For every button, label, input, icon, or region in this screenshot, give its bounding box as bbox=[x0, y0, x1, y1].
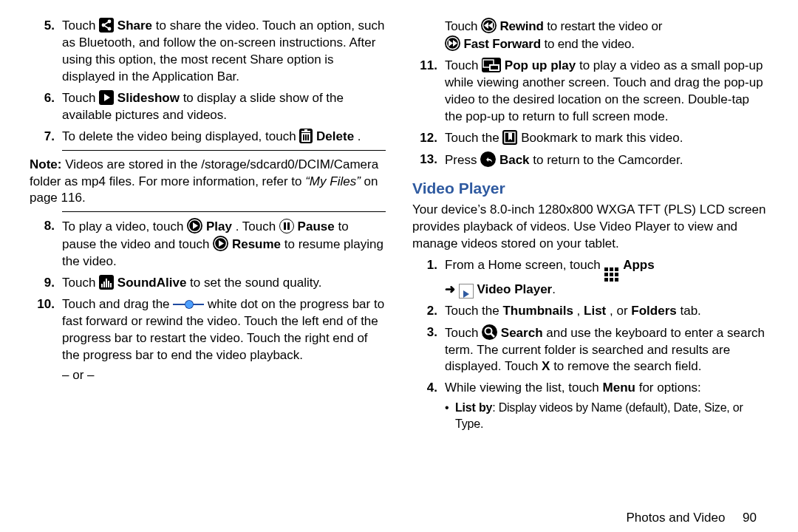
step-body: Touch Rewind to restart the video or Fas… bbox=[445, 18, 768, 53]
text: To play a video, touch bbox=[62, 219, 187, 233]
vp-step-4: 4. While viewing the list, touch Menu fo… bbox=[412, 380, 768, 432]
step-body: Touch Pop up play to play a video as a s… bbox=[445, 58, 768, 126]
step-body: Touch SoundAlive to set the sound qualit… bbox=[62, 275, 386, 292]
text: , or bbox=[610, 304, 631, 318]
folders-label: Folders bbox=[631, 304, 676, 318]
resume-icon bbox=[213, 236, 228, 251]
progress-dot-icon bbox=[173, 298, 204, 311]
soundalive-icon bbox=[99, 275, 114, 290]
bullet-item: • List by: Display videos by Name (defau… bbox=[445, 400, 768, 432]
text: Touch bbox=[445, 58, 482, 72]
svg-rect-18 bbox=[101, 284, 103, 287]
left-column: 5. Touch Share to share the video. Touch… bbox=[30, 15, 399, 502]
text: Bookmark to mark this video. bbox=[521, 131, 683, 145]
svg-rect-19 bbox=[103, 282, 105, 287]
share-label: Share bbox=[117, 18, 152, 33]
step-body: Touch the Bookmark to mark this video. bbox=[445, 130, 768, 147]
step-13: 13. Press Back to return to the Camcorde… bbox=[412, 151, 768, 169]
apps-icon bbox=[604, 267, 618, 282]
divider bbox=[62, 211, 386, 212]
delete-label: Delete bbox=[316, 129, 354, 143]
step-body: Touch Share to share the video. Touch an… bbox=[62, 18, 386, 86]
listby-label: List by bbox=[455, 401, 492, 414]
step-number: 6. bbox=[30, 90, 62, 124]
step-number: 3. bbox=[412, 324, 445, 376]
back-icon bbox=[480, 151, 496, 167]
svg-marker-17 bbox=[219, 240, 224, 247]
text: While viewing the list, touch bbox=[445, 381, 603, 395]
svg-rect-31 bbox=[491, 66, 498, 69]
slideshow-label: Slideshow bbox=[117, 91, 180, 105]
bookmark-icon bbox=[502, 130, 517, 145]
step-5: 5. Touch Share to share the video. Touch… bbox=[30, 18, 386, 86]
text: Touch bbox=[62, 276, 99, 290]
search-icon bbox=[482, 324, 497, 340]
page-footer: Photos and Video 90 bbox=[0, 510, 798, 527]
section-intro: Your device’s 8.0-inch 1280x800 WXGA TFT… bbox=[412, 202, 768, 253]
spacer bbox=[412, 18, 445, 53]
text: , bbox=[577, 304, 584, 318]
step-7: 7. To delete the video being displayed, … bbox=[30, 129, 386, 146]
menu-label: Menu bbox=[603, 381, 635, 395]
svg-marker-25 bbox=[488, 22, 493, 29]
rewind-ff-block: Touch Rewind to restart the video or Fas… bbox=[412, 18, 768, 53]
step-body: Touch Slideshow to display a slide show … bbox=[62, 90, 386, 124]
step-number: 9. bbox=[30, 275, 62, 292]
step-body: Touch Search and use the keyboard to ent… bbox=[445, 324, 768, 376]
step-number: 4. bbox=[412, 380, 445, 432]
step-10: 10. Touch and drag the white dot on the … bbox=[30, 296, 386, 384]
step-11: 11. Touch Pop up play to play a video as… bbox=[412, 58, 768, 126]
svg-rect-21 bbox=[108, 281, 109, 287]
note-block: Note: Videos are stored in the /storage/… bbox=[30, 157, 386, 208]
svg-line-3 bbox=[103, 21, 109, 25]
text: Press bbox=[445, 153, 480, 167]
x-label: X bbox=[542, 359, 550, 373]
section-heading: Video Player bbox=[412, 178, 768, 199]
bullet-body: List by: Display videos by Name (default… bbox=[455, 400, 768, 432]
step-number: 10. bbox=[30, 296, 62, 384]
rewind-label: Rewind bbox=[499, 19, 543, 33]
text: From a Home screen, touch bbox=[445, 258, 604, 272]
play-icon bbox=[187, 218, 202, 233]
note-label: Note: bbox=[30, 157, 61, 171]
step-9: 9. Touch SoundAlive to set the sound qua… bbox=[30, 275, 386, 292]
svg-marker-28 bbox=[453, 40, 457, 47]
pause-label: Pause bbox=[298, 219, 335, 233]
videoplayer-label: Video Player bbox=[477, 282, 552, 296]
list-label: List bbox=[584, 304, 606, 318]
bullet: • bbox=[445, 400, 455, 432]
rewind-icon bbox=[481, 18, 497, 33]
text: Touch bbox=[445, 326, 482, 340]
step-number: 8. bbox=[30, 218, 62, 270]
step-number: 12. bbox=[412, 130, 445, 147]
step-8: 8. To play a video, touch Play . Touch P… bbox=[30, 218, 386, 270]
svg-line-4 bbox=[103, 25, 109, 29]
text: Touch and drag the bbox=[62, 297, 173, 311]
svg-rect-14 bbox=[284, 222, 286, 230]
apps-label: Apps bbox=[623, 258, 655, 272]
step-body: While viewing the list, touch Menu for o… bbox=[445, 380, 768, 432]
step-body: Press Back to return to the Camcorder. bbox=[445, 151, 768, 169]
step-12: 12. Touch the Bookmark to mark this vide… bbox=[412, 130, 768, 147]
fastforward-label: Fast Forward bbox=[464, 37, 541, 51]
soundalive-label: SoundAlive bbox=[117, 276, 187, 290]
fastforward-icon bbox=[445, 35, 460, 51]
svg-rect-15 bbox=[287, 222, 290, 230]
text: Touch the bbox=[445, 304, 502, 318]
text: to remove the search field. bbox=[553, 359, 701, 373]
svg-rect-10 bbox=[301, 131, 310, 132]
text: to restart the video or bbox=[547, 19, 662, 33]
svg-rect-9 bbox=[307, 134, 309, 140]
text: . Touch bbox=[236, 219, 279, 233]
svg-point-33 bbox=[485, 327, 492, 334]
search-label: Search bbox=[501, 326, 543, 340]
step-number: 11. bbox=[412, 58, 445, 126]
play-label: Play bbox=[206, 219, 232, 233]
text: . bbox=[358, 129, 361, 143]
slideshow-icon bbox=[99, 90, 114, 105]
share-icon bbox=[99, 18, 114, 33]
vp-step-3: 3. Touch Search and use the keyboard to … bbox=[412, 324, 768, 376]
svg-marker-27 bbox=[449, 40, 453, 47]
right-column: Touch Rewind to restart the video or Fas… bbox=[399, 15, 768, 502]
svg-marker-24 bbox=[484, 22, 488, 29]
